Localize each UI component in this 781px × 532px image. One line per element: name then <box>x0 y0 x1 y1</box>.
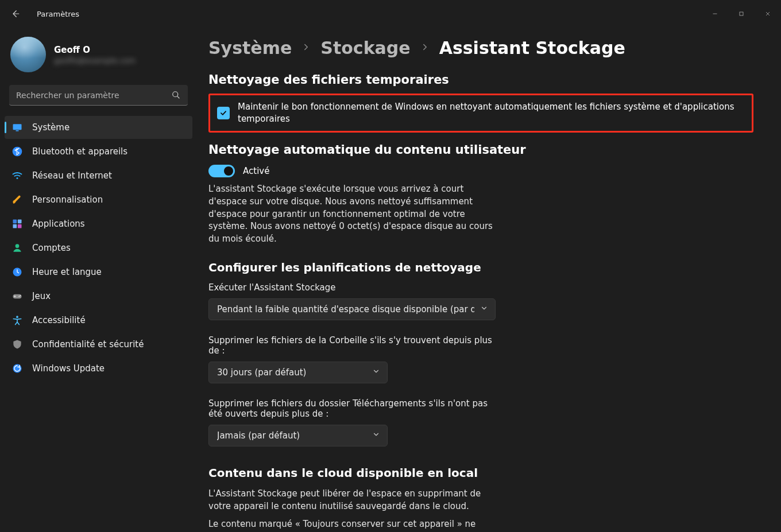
chevron-down-icon <box>372 430 380 441</box>
window-minimize-button[interactable] <box>702 5 728 23</box>
wifi-icon <box>11 170 23 181</box>
sidebar-item-label: Confidentialité et sécurité <box>32 339 144 350</box>
sidebar-item-windows-update[interactable]: Windows Update <box>5 357 192 380</box>
chevron-right-icon <box>420 42 430 55</box>
schedule-recycle-select[interactable]: 30 jours (par défaut) <box>208 362 388 383</box>
sidebar-item-apps[interactable]: Applications <box>5 212 192 235</box>
minimize-icon <box>712 10 718 17</box>
sidebar-item-accounts[interactable]: Comptes <box>5 236 192 259</box>
auto-user-description: L'assistant Stockage s'exécute lorsque v… <box>208 183 493 246</box>
search-icon <box>171 90 181 102</box>
schedule-downloads-label: Supprimer les fichiers du dossier Téléch… <box>208 398 496 419</box>
breadcrumb-storage-sense: Assistant Stockage <box>439 38 625 58</box>
sidebar-item-label: Accessibilité <box>32 315 86 325</box>
cloud-desc-2: Le contenu marqué « Toujours conserver s… <box>208 518 493 532</box>
sidebar-item-time-language[interactable]: Heure et langue <box>5 261 192 284</box>
maximize-icon <box>738 10 745 17</box>
auto-user-toggle-row: Activé <box>208 165 753 177</box>
profile-block[interactable]: Geoff O geoffo@example.com <box>5 34 192 80</box>
breadcrumb-storage[interactable]: Stockage <box>320 38 410 58</box>
sidebar-item-system[interactable]: Système <box>5 116 192 139</box>
back-button[interactable] <box>3 2 26 25</box>
section-title-auto-user: Nettoyage automatique du contenu utilisa… <box>208 143 753 157</box>
temp-cleanup-label: Maintenir le bon fonctionnement de Windo… <box>238 101 745 125</box>
profile-name: Geoff O <box>54 45 136 55</box>
avatar <box>10 37 46 72</box>
sidebar-item-label: Comptes <box>32 243 71 253</box>
section-title-temp: Nettoyage des fichiers temporaires <box>208 73 753 87</box>
breadcrumb: Système Stockage Assistant Stockage <box>208 38 753 58</box>
check-icon <box>219 109 227 117</box>
sidebar-search <box>9 85 188 106</box>
sidebar-item-label: Réseau et Internet <box>32 170 112 181</box>
gamepad-icon <box>11 290 23 302</box>
app-title: Paramètres <box>37 10 79 18</box>
apps-icon <box>11 218 23 230</box>
system-icon <box>11 122 23 133</box>
section-title-schedule: Configurer les planifications de nettoya… <box>208 261 753 274</box>
sidebar-item-privacy[interactable]: Confidentialité et sécurité <box>5 333 192 356</box>
back-arrow-icon <box>10 9 20 19</box>
accessibility-icon <box>11 314 23 326</box>
main-content: Système Stockage Assistant Stockage Nett… <box>198 28 781 532</box>
brush-icon <box>11 194 23 205</box>
sidebar-item-label: Jeux <box>32 291 51 301</box>
bluetooth-icon <box>11 146 23 157</box>
sidebar-item-label: Heure et langue <box>32 267 102 277</box>
sidebar-item-label: Système <box>32 122 69 133</box>
shield-icon <box>11 339 23 350</box>
chevron-right-icon <box>301 42 311 55</box>
schedule-run-select[interactable]: Pendant la faible quantité d'espace disq… <box>208 298 496 320</box>
sidebar-item-gaming[interactable]: Jeux <box>5 285 192 308</box>
temp-cleanup-checkbox[interactable] <box>217 107 230 119</box>
breadcrumb-system[interactable]: Système <box>208 38 292 58</box>
sidebar-item-personalization[interactable]: Personnalisation <box>5 188 192 211</box>
clock-icon <box>11 266 23 278</box>
section-title-cloud: Contenu dans le cloud disponible en loca… <box>208 466 753 480</box>
auto-user-toggle[interactable] <box>208 165 235 177</box>
window-maximize-button[interactable] <box>728 5 755 23</box>
window-close-button[interactable] <box>755 5 781 23</box>
chevron-down-icon <box>480 304 488 314</box>
sidebar-item-bluetooth[interactable]: Bluetooth et appareils <box>5 140 192 163</box>
sidebar-item-label: Windows Update <box>32 363 105 374</box>
profile-email: geoffo@example.com <box>54 56 136 65</box>
cloud-desc-1: L'Assistant Stockage peut libérer de l'e… <box>208 488 493 513</box>
search-input[interactable] <box>9 85 188 106</box>
sidebar-item-accessibility[interactable]: Accessibilité <box>5 309 192 332</box>
sidebar-item-label: Bluetooth et appareils <box>32 146 127 157</box>
sidebar-nav: Système Bluetooth et appareils Réseau et… <box>5 116 192 380</box>
temp-cleanup-row-highlight: Maintenir le bon fonctionnement de Windo… <box>208 94 753 133</box>
titlebar: Paramètres <box>0 0 781 28</box>
schedule-run-value: Pendant la faible quantité d'espace disq… <box>217 304 474 314</box>
sidebar-item-label: Applications <box>32 219 85 229</box>
person-icon <box>11 242 23 254</box>
close-icon <box>764 10 771 17</box>
sidebar-item-label: Personnalisation <box>32 195 103 205</box>
schedule-downloads-value: Jamais (par défaut) <box>217 430 300 441</box>
auto-user-toggle-label: Activé <box>243 166 269 176</box>
schedule-recycle-value: 30 jours (par défaut) <box>217 367 306 378</box>
schedule-downloads-select[interactable]: Jamais (par défaut) <box>208 425 388 446</box>
sidebar-item-network[interactable]: Réseau et Internet <box>5 164 192 187</box>
chevron-down-icon <box>372 367 380 378</box>
schedule-recycle-label: Supprimer les fichiers de la Corbeille s… <box>208 335 496 356</box>
update-icon <box>11 363 23 374</box>
sidebar: Geoff O geoffo@example.com Système Bluet… <box>0 28 198 532</box>
schedule-run-label: Exécuter l'Assistant Stockage <box>208 282 496 293</box>
